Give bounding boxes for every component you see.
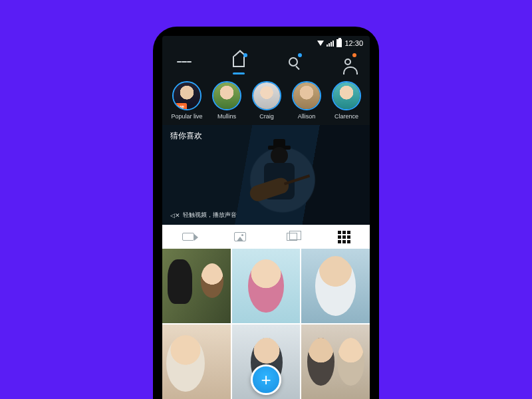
- battery-icon: [336, 39, 342, 47]
- grid-cell[interactable]: [301, 325, 370, 399]
- plus-icon: +: [261, 370, 271, 390]
- grid-cell[interactable]: [301, 249, 370, 323]
- stack-icon: [287, 233, 297, 241]
- story-mullins[interactable]: Mullins: [210, 81, 243, 120]
- grid-cell[interactable]: [162, 249, 231, 323]
- stories-row: Live Popular live Mullins Craig Allison …: [162, 74, 370, 125]
- hero-video[interactable]: 猜你喜欢 ◁✕ 轻触视频，播放声音: [162, 125, 370, 225]
- screen: 12:30 Live Popular live Mullins: [162, 36, 370, 399]
- story-popular-live[interactable]: Live Popular live: [170, 81, 203, 120]
- wifi-icon: [317, 41, 324, 46]
- status-bar: 12:30: [162, 36, 370, 51]
- add-button[interactable]: +: [251, 364, 281, 395]
- signal-icon: [327, 41, 334, 47]
- grid-cell[interactable]: [232, 249, 301, 323]
- tab-stack[interactable]: [285, 229, 299, 244]
- story-label: Allison: [298, 113, 316, 120]
- story-allison[interactable]: Allison: [290, 81, 323, 120]
- story-label: Clarence: [334, 113, 358, 120]
- phone-frame: 12:30 Live Popular live Mullins: [153, 27, 379, 399]
- home-icon[interactable]: [231, 55, 246, 69]
- hero-title: 猜你喜欢: [170, 130, 202, 142]
- story-label: Mullins: [217, 113, 236, 120]
- story-craig[interactable]: Craig: [250, 81, 283, 120]
- live-badge: Live: [172, 103, 187, 110]
- sound-hint: ◁✕ 轻触视频，播放声音: [170, 211, 237, 219]
- speaker-icon: ◁✕: [170, 212, 180, 219]
- menu-icon[interactable]: [177, 55, 192, 69]
- video-icon: [182, 233, 194, 241]
- story-label: Craig: [259, 113, 274, 120]
- photo-icon: [234, 232, 246, 241]
- top-nav: [162, 51, 370, 74]
- grid-icon: [338, 231, 350, 243]
- tab-photo[interactable]: [233, 229, 247, 244]
- profile-icon[interactable]: [340, 55, 355, 69]
- grid-cell[interactable]: [162, 325, 231, 399]
- content-tabs: [162, 225, 370, 249]
- hero-illustration: [241, 143, 321, 223]
- tab-video[interactable]: [181, 229, 196, 244]
- story-label: Popular live: [171, 113, 202, 120]
- story-clarence[interactable]: Clarence: [330, 81, 363, 120]
- clock: 12:30: [344, 39, 363, 47]
- tab-grid[interactable]: [336, 229, 351, 244]
- search-icon[interactable]: [286, 55, 301, 69]
